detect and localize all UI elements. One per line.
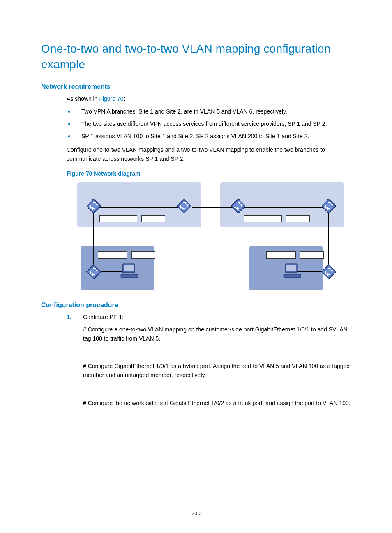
page-number: 230 — [0, 510, 392, 517]
section-heading-configuration-procedure: Configuration procedure — [41, 301, 355, 309]
step-body: # Configure a one-to-two VLAN mapping on… — [83, 325, 355, 408]
diagram-label-box — [286, 215, 310, 222]
svg-marker-7 — [178, 200, 190, 212]
list-item: Two VPN A branches, Site 1 and Site 2, a… — [67, 107, 355, 116]
svg-marker-25 — [88, 266, 99, 278]
svg-marker-1 — [88, 200, 99, 212]
procedure-list: Configure PE 1: # Configure a one-to-two… — [67, 313, 355, 408]
wire — [93, 207, 94, 272]
switch-icon — [321, 264, 337, 280]
svg-rect-38 — [121, 274, 138, 278]
section-heading-network-requirements: Network requirements — [41, 83, 355, 90]
diagram-label-box — [141, 215, 165, 222]
intro-prefix: As shown in — [67, 95, 99, 102]
computer-icon — [120, 263, 139, 279]
figure-caption: Figure 70 Network diagram — [67, 169, 355, 178]
svg-rect-40 — [286, 265, 296, 271]
diagram-label-box — [244, 215, 282, 222]
switch-icon — [85, 264, 102, 280]
procedure-step: Configure PE 1: # Configure a one-to-two… — [67, 313, 355, 408]
summary-paragraph: Configure one-to-two VLAN mappings and a… — [67, 146, 355, 163]
switch-icon — [230, 198, 247, 214]
switch-icon — [85, 198, 102, 214]
svg-marker-19 — [323, 200, 334, 212]
requirements-list: Two VPN A branches, Site 1 and Site 2, a… — [67, 107, 355, 141]
diagram-label-box — [266, 251, 296, 259]
diagram-label-box — [99, 215, 137, 222]
diagram-label-box — [300, 251, 324, 259]
svg-marker-13 — [233, 200, 244, 212]
intro-suffix: : — [124, 95, 125, 102]
step-title: Configure PE 1: — [83, 313, 355, 322]
wire — [328, 207, 329, 272]
network-requirements-body: As shown in Figure 70: Two VPN A branche… — [67, 95, 355, 294]
diagram-label-box — [131, 251, 155, 259]
figure-link[interactable]: Figure 70 — [99, 95, 123, 102]
svg-rect-41 — [284, 274, 301, 278]
svg-marker-31 — [323, 266, 334, 278]
intro-line: As shown in Figure 70: — [67, 95, 355, 104]
step-paragraph: # Configure a one-to-two VLAN mapping on… — [83, 325, 355, 343]
page: One-to-two and two-to-two VLAN mapping c… — [0, 0, 392, 533]
svg-rect-37 — [124, 265, 134, 271]
diagram-label-box — [98, 251, 127, 259]
switch-icon — [321, 198, 337, 214]
list-item: SP 1 assigns VLAN 100 to Site 1 and Site… — [67, 132, 355, 141]
page-title: One-to-two and two-to-two VLAN mapping c… — [41, 41, 355, 72]
computer-icon — [283, 263, 302, 279]
step-paragraph: # Configure the network-side port Gigabi… — [83, 399, 355, 408]
wire — [238, 207, 328, 208]
wire — [93, 207, 184, 208]
list-item: The two sites use different VPN access s… — [67, 120, 355, 129]
switch-icon — [176, 198, 192, 214]
network-diagram — [76, 182, 347, 293]
configuration-body: Configure PE 1: # Configure a one-to-two… — [67, 313, 355, 408]
step-paragraph: # Configure GigabitEthernet 1/0/1 as a h… — [83, 362, 355, 380]
